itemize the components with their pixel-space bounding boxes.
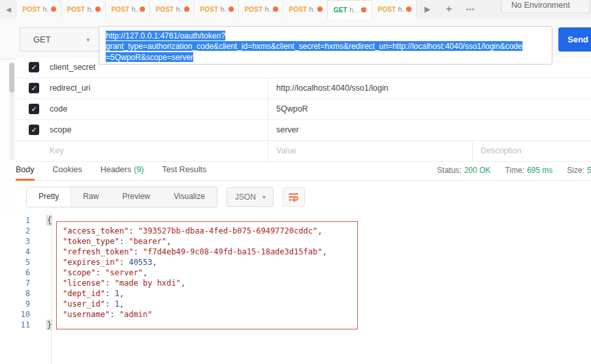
method-label: GET: [33, 35, 51, 44]
code-text: "dept_id": 1,: [40, 289, 124, 298]
param-value[interactable]: http://localhost:4040/sso1/login: [268, 78, 470, 99]
send-button[interactable]: Send: [558, 27, 591, 52]
more-options-icon[interactable]: •••: [460, 6, 481, 13]
param-value[interactable]: server: [268, 120, 470, 140]
param-row: ✓scopeserver: [16, 120, 591, 141]
code-text: "user_id": 1,: [40, 299, 124, 309]
token-brace: }: [47, 320, 52, 329]
request-tab[interactable]: POSTh.: [283, 0, 328, 18]
tab-title: h.: [176, 5, 182, 13]
param-value[interactable]: 5QwpoR: [268, 99, 470, 119]
tab-title: h...: [349, 6, 359, 14]
token-num: 1: [114, 299, 119, 309]
response-tab-headers[interactable]: Headers(9): [101, 160, 144, 180]
param-key[interactable]: Key: [50, 141, 259, 161]
view-tab-pretty[interactable]: Pretty: [27, 187, 71, 207]
code-line: 5"expires_in": 40553,: [0, 257, 591, 267]
scrollbar-thumb[interactable]: [9, 63, 14, 93]
view-tab-visualize[interactable]: Visualize: [162, 187, 217, 207]
response-header: BodyCookiesHeaders(9)Test Results Status…: [16, 160, 591, 181]
line-number: 11: [0, 320, 40, 330]
token-punc: :: [110, 310, 119, 319]
token-key: "user_id": [63, 299, 105, 309]
method-select[interactable]: GET ▾: [20, 27, 99, 52]
url-input[interactable]: http://127.0.0.1:4761/oauth/token? grant…: [99, 26, 552, 65]
token-key: "username": [63, 310, 110, 319]
tab-scroll-left-icon[interactable]: ◀: [0, 0, 17, 18]
param-description[interactable]: Description: [472, 141, 591, 161]
request-builder: GET ▾ http://127.0.0.1:4761/oauth/token?…: [0, 18, 591, 59]
code-line: 7"license": "made by hxdi",: [0, 278, 591, 288]
request-tab[interactable]: POSTh.: [106, 0, 150, 18]
sidebar-divider: [0, 59, 17, 59]
tab-title: h.: [264, 5, 270, 13]
token-key: "license": [63, 279, 105, 288]
tab-title: h.: [398, 5, 404, 13]
code-text: "token_type": "bearer",: [40, 237, 171, 246]
code-text: "scope": "server",: [40, 268, 148, 277]
param-value[interactable]: Value: [268, 141, 470, 161]
unsaved-dot-icon: [317, 7, 323, 12]
tab-title: h.: [131, 5, 137, 13]
view-tab-raw[interactable]: Raw: [71, 187, 110, 207]
response-view-toolbar: PrettyRawPreviewVisualize JSON ▾: [26, 187, 305, 207]
token-punc: :: [120, 237, 129, 246]
response-tab-body[interactable]: Body: [16, 160, 35, 180]
token-key: "dept_id": [63, 289, 105, 298]
params-table: ✓client_secret✓redirect_urihttp://localh…: [16, 57, 591, 162]
chevron-down-icon: ▾: [263, 194, 266, 200]
tab-method-label: POST: [244, 6, 263, 13]
token-punc: ,: [322, 247, 327, 256]
code-line: 9"user_id": 1,: [0, 299, 591, 309]
token-punc: ,: [152, 258, 157, 267]
param-key[interactable]: scope: [50, 120, 259, 140]
json-code: 1{2"access_token": "393527bb-dbaa-4fed-b…: [0, 215, 591, 330]
request-tab[interactable]: POSTh.: [61, 0, 106, 18]
chevron-down-icon: ▾: [86, 37, 89, 43]
format-select[interactable]: JSON ▾: [227, 187, 274, 207]
response-tab-cookies[interactable]: Cookies: [53, 160, 82, 180]
token-key: "access_token": [63, 226, 129, 235]
response-tab-test-results[interactable]: Test Results: [162, 160, 206, 180]
time-badge: Time:695 ms: [505, 166, 552, 175]
view-mode-segments: PrettyRawPreviewVisualize: [26, 187, 217, 207]
param-checkbox[interactable]: ✓: [29, 104, 39, 114]
runner-icon[interactable]: ▶: [417, 5, 438, 14]
code-text: {: [40, 216, 52, 225]
token-punc: :: [96, 268, 105, 277]
url-line: http://127.0.0.1:4761/oauth/token?: [106, 30, 545, 41]
request-tab[interactable]: POSTh.: [17, 0, 61, 18]
request-tab[interactable]: GETh...: [328, 0, 372, 19]
token-str: "bearer": [129, 237, 167, 246]
environment-selector[interactable]: No Environment: [501, 0, 590, 13]
token-str: "f7d4eb49-9c08-49fd-ba15-18ade3d15fab": [143, 247, 323, 256]
request-tab[interactable]: POSTh.: [195, 0, 239, 18]
param-checkbox[interactable]: ✓: [29, 125, 39, 135]
new-tab-icon[interactable]: +: [438, 3, 460, 16]
request-tab[interactable]: POSTh.: [239, 0, 283, 18]
param-key[interactable]: code: [50, 99, 259, 119]
unsaved-dot-icon: [361, 7, 366, 12]
token-num: 40553: [129, 258, 152, 267]
param-key[interactable]: redirect_uri: [50, 78, 259, 99]
param-checkbox[interactable]: ✓: [29, 83, 39, 93]
tab-title: h.: [87, 5, 93, 13]
param-row: ✓redirect_urihttp://localhost:4040/sso1/…: [16, 78, 591, 99]
token-punc: :: [129, 226, 138, 235]
line-number: 10: [0, 309, 40, 320]
request-tab[interactable]: POSTh.: [372, 0, 417, 18]
param-checkbox[interactable]: ✓: [29, 62, 39, 72]
tab-method-label: POST: [67, 6, 85, 13]
code-text: "refresh_token": "f7d4eb49-9c08-49fd-ba1…: [40, 247, 327, 256]
token-punc: ,: [167, 237, 171, 246]
code-line: 10"username": "admin": [0, 309, 591, 320]
request-tab-strip: ◀ POSTh.POSTh.POSTh.POSTh.POSTh.POSTh.PO…: [0, 0, 591, 19]
token-punc: ,: [143, 268, 148, 277]
unsaved-dot-icon: [140, 7, 145, 12]
token-str: "made by hxdi": [114, 279, 180, 288]
view-tab-preview[interactable]: Preview: [110, 187, 162, 207]
wrap-text-button[interactable]: [283, 187, 305, 207]
request-tab[interactable]: POSTh.: [150, 0, 195, 18]
token-brace: {: [47, 216, 52, 225]
code-line: 1{: [0, 215, 591, 226]
